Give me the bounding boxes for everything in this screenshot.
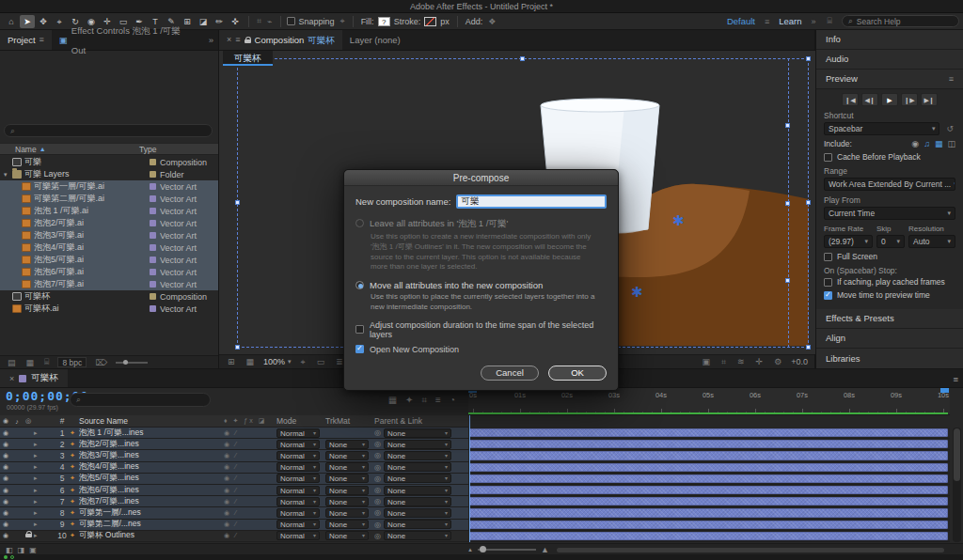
label-chip[interactable]: [150, 208, 156, 214]
layer-switches[interactable]: ◉ ⁄: [224, 532, 276, 539]
layer-switches[interactable]: ◉ ⁄: [224, 487, 276, 494]
always-preview-icon[interactable]: ⊞: [226, 357, 237, 366]
layer-track[interactable]: [468, 531, 950, 541]
project-row[interactable]: 泡泡6/可樂.aiVector Art: [0, 266, 218, 278]
layer-row[interactable]: ◉▸4✦泡泡4/可樂...ines◉ ⁄Normal▾None▾◎None▾: [0, 462, 950, 474]
parent-select[interactable]: None▾: [384, 462, 451, 472]
thumbnail-size-slider[interactable]: [116, 362, 148, 364]
label-chip[interactable]: [150, 171, 156, 178]
tab-composition[interactable]: × ≡ Composition 可樂杯: [219, 30, 342, 50]
panel-menu-icon[interactable]: ≡: [948, 369, 963, 387]
expand-icon[interactable]: ▸: [34, 441, 43, 448]
visibility-toggle[interactable]: ◉: [0, 487, 11, 494]
pickwhip-icon[interactable]: ◎: [374, 532, 381, 540]
next-frame-button[interactable]: ❙▶: [901, 93, 918, 106]
project-row[interactable]: 可樂Composition: [0, 156, 218, 168]
render-include-icon[interactable]: ◫: [947, 139, 955, 148]
open-new-composition-checkbox[interactable]: [355, 345, 364, 353]
column-source-name[interactable]: Source Name: [79, 416, 224, 426]
timeline-option-icon-0[interactable]: ▦: [388, 395, 397, 406]
visibility-toggle[interactable]: ◉: [0, 474, 11, 482]
snap-options-icon[interactable]: ⌖: [339, 16, 347, 26]
selection-handle[interactable]: [806, 56, 811, 61]
expand-icon[interactable]: ▸: [34, 429, 43, 437]
interpret-footage-icon[interactable]: ⌸: [42, 357, 51, 367]
layer-duration-bar[interactable]: [469, 486, 948, 494]
label-chip[interactable]: [150, 183, 156, 190]
previous-frame-button[interactable]: ◀❙: [861, 93, 878, 106]
panel-overflow-icon[interactable]: »: [204, 30, 218, 50]
trkmat-select[interactable]: None▾: [325, 462, 369, 472]
layer-track[interactable]: [468, 520, 950, 530]
selection-handle[interactable]: [235, 345, 240, 350]
first-frame-button[interactable]: ❙◀: [842, 93, 859, 106]
label-chip[interactable]: [150, 232, 156, 239]
project-row[interactable]: 泡泡4/可樂.aiVector Art: [0, 241, 218, 254]
expand-icon[interactable]: ▾: [4, 171, 12, 179]
pickwhip-icon[interactable]: ◎: [374, 463, 381, 472]
visibility-toggle[interactable]: ◉: [0, 498, 11, 506]
workspace-selector[interactable]: Default: [727, 16, 755, 26]
preview-panel-header[interactable]: Preview ≡: [816, 70, 963, 89]
parent-select[interactable]: None▾: [384, 428, 451, 438]
lock-icon[interactable]: [245, 37, 251, 44]
mode-select[interactable]: Normal▾: [276, 531, 320, 540]
list-view-icon[interactable]: ▤: [6, 358, 18, 367]
transparency-grid-icon[interactable]: ▣: [700, 357, 712, 366]
mode-select[interactable]: Normal▾: [276, 508, 320, 518]
tab-effect-controls[interactable]: ▣ Effect Controls 泡泡 1 /可樂 Out: [52, 30, 204, 50]
column-parent-link[interactable]: Parent & Link: [374, 416, 468, 426]
layer-row[interactable]: ◉▸10✦可樂杯 Outlines◉ ⁄Normal▾None▾◎None▾: [0, 531, 950, 542]
selection-handle[interactable]: [806, 200, 811, 205]
pickwhip-icon[interactable]: ◎: [374, 451, 381, 459]
layer-duration-bar[interactable]: [469, 497, 948, 506]
mode-select[interactable]: Normal▾: [276, 474, 320, 483]
panel-menu-icon[interactable]: ≡: [39, 30, 44, 50]
home-tool[interactable]: ⌂: [4, 15, 19, 28]
label-chip[interactable]: [150, 269, 156, 275]
parent-select[interactable]: None▾: [384, 474, 451, 483]
layer-row[interactable]: ◉▸2✦泡泡2/可樂...ines◉ ⁄Normal▾None▾◎None▾: [0, 439, 950, 450]
cancel-button[interactable]: Cancel: [481, 366, 539, 381]
thumbnail-view-icon[interactable]: ▦: [24, 358, 37, 367]
timeline-option-icon-4[interactable]: ◔: [450, 395, 455, 406]
path-vertex-handle[interactable]: [785, 278, 790, 283]
parent-select[interactable]: None▾: [384, 451, 451, 460]
pickwhip-icon[interactable]: ◎: [374, 497, 381, 506]
timeline-search-input[interactable]: ⌕: [70, 393, 211, 407]
project-row[interactable]: ▾可樂 LayersFolder: [0, 168, 218, 180]
workspace-overflow-icon[interactable]: »: [810, 17, 818, 26]
project-row[interactable]: 泡泡2/可樂.aiVector Art: [0, 217, 218, 229]
expand-icon[interactable]: ▸: [34, 474, 43, 482]
trash-icon[interactable]: ⌦: [93, 358, 109, 367]
layer-track[interactable]: [468, 496, 950, 506]
last-frame-button[interactable]: ▶❙: [921, 93, 938, 106]
bit-depth-indicator[interactable]: 8 bpc: [57, 357, 87, 367]
move-attributes-radio[interactable]: [355, 281, 364, 289]
exposure-offset-value[interactable]: +0.0: [791, 357, 808, 366]
visibility-toggle[interactable]: ◉: [0, 452, 11, 459]
selection-handle[interactable]: [520, 56, 525, 61]
pickwhip-icon[interactable]: ◎: [374, 474, 381, 483]
timeline-zoom-control[interactable]: ▲ ▲: [467, 545, 549, 554]
column-mode[interactable]: Mode: [276, 416, 325, 426]
audio-include-icon[interactable]: ♫: [924, 139, 930, 148]
puppet-pin-tool[interactable]: ✜: [228, 15, 243, 28]
full-screen-checkbox[interactable]: [824, 253, 832, 261]
adjust-duration-checkbox[interactable]: [355, 325, 364, 334]
layer-row[interactable]: ◉▸7✦泡泡7/可樂...ines◉ ⁄Normal▾None▾◎None▾: [0, 496, 950, 507]
fast-previews-icon[interactable]: ⚙: [772, 357, 783, 366]
mode-select[interactable]: Normal▾: [276, 451, 320, 460]
play-from-select[interactable]: Current Time ▾: [824, 207, 955, 220]
leave-attributes-radio[interactable]: [355, 219, 364, 227]
close-icon[interactable]: ×: [9, 374, 14, 383]
channel-icon[interactable]: ≋: [735, 357, 747, 366]
trkmat-select[interactable]: None▾: [325, 440, 369, 449]
info-panel-header[interactable]: Info: [816, 30, 963, 50]
expand-icon[interactable]: ▸: [34, 452, 43, 459]
pickwhip-icon[interactable]: ◎: [374, 508, 381, 517]
project-row[interactable]: 可樂杯Composition: [0, 290, 218, 303]
play-cached-frames-checkbox[interactable]: [824, 278, 832, 287]
learn-workspace[interactable]: Learn: [779, 16, 801, 26]
layer-track[interactable]: [468, 462, 950, 473]
